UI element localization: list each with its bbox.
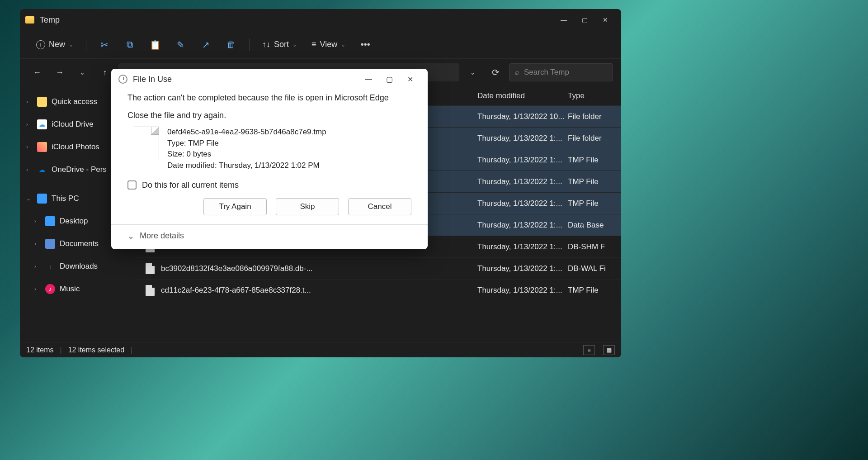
new-button[interactable]: + New ⌄	[31, 36, 79, 53]
file-icon	[146, 285, 155, 296]
rename-icon[interactable]: ✎	[170, 36, 191, 54]
address-chevron-icon[interactable]: ⌄	[464, 63, 482, 81]
refresh-button[interactable]: ⟳	[486, 67, 505, 78]
file-name-cell: bc3902d8132f43e3ae086a009979fa88.db-...	[161, 264, 477, 273]
sort-button[interactable]: ↑↓ Sort ⌄	[257, 36, 302, 53]
column-date[interactable]: Date modified	[477, 91, 568, 100]
chevron-down-icon: ⌄	[127, 231, 134, 241]
downloads-icon: ↓	[45, 261, 55, 271]
sidebar-item-music[interactable]: ›♪Music	[20, 278, 137, 300]
recent-chevron-icon[interactable]: ⌄	[73, 63, 91, 81]
copy-icon[interactable]: ⧉	[119, 36, 141, 54]
view-button[interactable]: ≡ View ⌄	[306, 36, 351, 53]
sort-label: Sort	[274, 40, 289, 49]
toolbar: + New ⌄ ✂ ⧉ 📋 ✎ ↗ 🗑 ↑↓ Sort ⌄ ≡ View ⌄ •…	[20, 31, 621, 59]
file-icon	[146, 263, 155, 274]
view-icon: ≡	[311, 40, 316, 49]
music-icon: ♪	[45, 284, 55, 294]
file-type-cell: File folder	[568, 134, 613, 143]
file-size: Size: 0 bytes	[167, 149, 326, 160]
new-label: New	[49, 40, 65, 49]
file-type-cell: DB-WAL Fi	[568, 264, 613, 273]
quick-access-icon	[37, 97, 47, 107]
file-date-cell: Thursday, 1/13/2022 1:...	[477, 134, 568, 143]
dialog-minimize-button[interactable]: —	[358, 71, 379, 87]
paste-icon[interactable]: 📋	[144, 36, 166, 54]
file-date: Date modified: Thursday, 1/13/2022 1:02 …	[167, 160, 326, 171]
sidebar-item-label: Documents	[60, 239, 99, 248]
delete-icon[interactable]: 🗑	[220, 36, 242, 54]
close-button[interactable]: ✕	[595, 12, 616, 28]
dialog-close-button[interactable]: ✕	[400, 71, 420, 87]
this-pc-icon	[37, 194, 47, 204]
dialog-title: File In Use	[133, 75, 358, 84]
sidebar-item-label: Quick access	[52, 97, 97, 106]
skip-button[interactable]: Skip	[276, 198, 339, 215]
chevron-right-icon: ›	[34, 263, 41, 270]
titlebar: Temp — ▢ ✕	[20, 9, 621, 31]
clock-icon	[118, 75, 127, 84]
file-date-cell: Thursday, 1/13/2022 1:...	[477, 242, 568, 251]
maximize-button[interactable]: ▢	[574, 12, 595, 28]
sidebar-item-downloads[interactable]: ›↓Downloads	[20, 255, 137, 278]
file-name: 0efd4e5c-a91e-4ea2-9638-5b7d46a8c7e9.tmp	[167, 127, 326, 138]
column-type[interactable]: Type	[568, 91, 613, 100]
chevron-right-icon: ›	[34, 286, 41, 292]
dialog-titlebar: File In Use — ▢ ✕	[111, 69, 428, 90]
dialog-instruction: Close the file and try again.	[127, 111, 411, 120]
more-details-label: More details	[140, 231, 184, 241]
chevron-down-icon: ⌄	[341, 42, 345, 48]
details-view-button[interactable]: ≡	[583, 345, 595, 355]
file-date-cell: Thursday, 1/13/2022 1:...	[477, 264, 568, 273]
file-type-cell: TMP File	[568, 286, 613, 295]
sidebar-item-label: Downloads	[60, 262, 98, 271]
chevron-down-icon: ⌄	[69, 42, 73, 48]
status-bar: 12 items | 12 items selected | ≡ ▦	[20, 342, 621, 357]
more-icon[interactable]: •••	[354, 36, 376, 54]
file-type-cell: TMP File	[568, 177, 613, 186]
item-count: 12 items	[26, 346, 53, 354]
chevron-down-icon: ⌄	[26, 195, 33, 202]
sidebar-item-label: Desktop	[60, 217, 88, 226]
file-date-cell: Thursday, 1/13/2022 1:...	[477, 156, 568, 165]
search-input[interactable]: ⌕ Search Temp	[509, 63, 613, 81]
file-date-cell: Thursday, 1/13/2022 10...	[477, 112, 568, 121]
onedrive-icon: ☁	[37, 165, 47, 175]
sort-icon: ↑↓	[262, 40, 270, 49]
try-again-button[interactable]: Try Again	[203, 198, 267, 215]
file-name-cell: cd11c2af-6e23-4f78-a667-85ae8c337f28.t..…	[161, 286, 477, 295]
share-icon[interactable]: ↗	[195, 36, 217, 54]
icloud-drive-icon: ☁	[37, 119, 47, 129]
selected-count: 12 items selected	[68, 346, 125, 354]
dialog-maximize-button[interactable]: ▢	[379, 71, 400, 87]
thumbnails-view-button[interactable]: ▦	[603, 345, 615, 355]
chevron-right-icon: ›	[34, 241, 41, 247]
file-date-cell: Thursday, 1/13/2022 1:...	[477, 177, 568, 186]
checkbox-label: Do this for all current items	[142, 180, 239, 190]
folder-icon	[25, 16, 34, 24]
minimize-button[interactable]: —	[553, 12, 574, 28]
sidebar-item-label: iCloud Photos	[52, 142, 99, 152]
file-icon	[134, 127, 159, 159]
back-button[interactable]: ←	[28, 63, 46, 81]
documents-icon	[45, 239, 55, 249]
plus-icon: +	[36, 40, 45, 49]
more-details-toggle[interactable]: ⌄ More details	[111, 224, 428, 249]
chevron-right-icon: ›	[26, 121, 33, 128]
dialog-message: The action can't be completed because th…	[127, 93, 411, 103]
desktop-icon	[45, 216, 55, 226]
forward-button[interactable]: →	[51, 63, 69, 81]
do-for-all-checkbox[interactable]: Do this for all current items	[127, 180, 411, 190]
file-type-cell: TMP File	[568, 156, 613, 165]
chevron-right-icon: ›	[34, 218, 41, 224]
file-type-cell: Data Base	[568, 221, 613, 230]
cancel-button[interactable]: Cancel	[348, 198, 411, 215]
file-type-cell: File folder	[568, 112, 613, 121]
table-row[interactable]: bc3902d8132f43e3ae086a009979fa88.db-... …	[137, 258, 621, 280]
search-icon: ⌕	[515, 68, 519, 77]
window-title: Temp	[40, 15, 553, 25]
checkbox-icon	[127, 180, 137, 190]
table-row[interactable]: cd11c2af-6e23-4f78-a667-85ae8c337f28.t..…	[137, 280, 621, 301]
file-date-cell: Thursday, 1/13/2022 1:...	[477, 286, 568, 295]
cut-icon[interactable]: ✂	[94, 36, 115, 54]
